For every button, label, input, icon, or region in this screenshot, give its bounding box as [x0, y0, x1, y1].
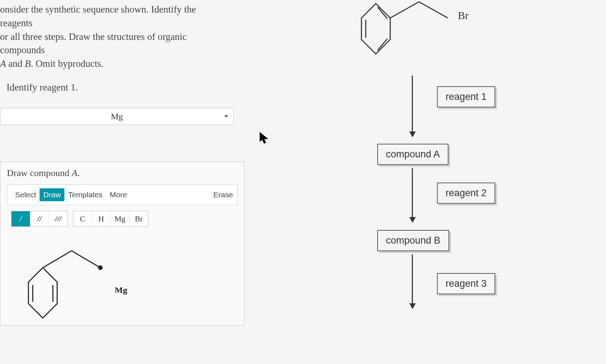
- identify-reagent-label: Identify reagent 1.: [6, 82, 78, 93]
- element-br-button[interactable]: Br: [129, 211, 148, 226]
- svg-marker-12: [260, 132, 268, 144]
- canvas-mg-label: Mg: [115, 285, 127, 295]
- element-c-button[interactable]: C: [73, 211, 92, 226]
- draw-compound-a-panel: Draw compound A. Select Draw Templates M…: [0, 162, 245, 326]
- benzyl-bromide-structure-icon: [343, 0, 473, 72]
- svg-line-4: [72, 251, 100, 268]
- reagent-1-selected-value: Mg: [111, 112, 123, 121]
- br-label: Br: [458, 9, 469, 22]
- compound-b-box: compound B: [377, 230, 449, 251]
- mouse-cursor-icon: [259, 131, 270, 146]
- drawing-canvas[interactable]: Mg: [7, 232, 238, 325]
- question-line-2: or all three steps. Draw the structures …: [0, 31, 187, 56]
- element-mg-button[interactable]: Mg: [111, 211, 129, 226]
- reaction-arrow-3: [412, 254, 413, 308]
- bond-triple-button[interactable]: ///: [49, 211, 68, 226]
- editor-toolbar: Select Draw Templates More Erase: [7, 184, 238, 205]
- toolbar-tabs: Select Draw Templates More: [12, 188, 131, 201]
- reagent-3-box: reagent 3: [437, 273, 495, 294]
- tab-templates[interactable]: Templates: [64, 188, 106, 201]
- tab-select[interactable]: Select: [12, 188, 40, 201]
- reagent-1-box: reagent 1: [437, 86, 495, 107]
- reaction-arrow-1: [412, 75, 413, 137]
- element-h-button[interactable]: H: [92, 211, 111, 226]
- question-prompt: onsider the synthetic sequence shown. Id…: [0, 3, 223, 71]
- chevron-down-icon: [224, 115, 228, 118]
- tab-more[interactable]: More: [106, 188, 131, 201]
- bond-single-button[interactable]: /: [12, 211, 30, 226]
- bond-tool-group: / // ///: [11, 211, 68, 227]
- svg-line-10: [390, 2, 419, 18]
- erase-button[interactable]: Erase: [213, 190, 233, 199]
- element-tool-group: C H Mg Br: [73, 211, 149, 227]
- tool-row: / // /// C H Mg Br: [7, 209, 238, 232]
- draw-panel-title: Draw compound A.: [7, 168, 238, 179]
- reaction-arrow-2: [412, 168, 413, 222]
- benzyl-mg-structure-icon: Mg: [7, 232, 251, 325]
- question-line-3: A and B. Omit byproducts.: [0, 58, 104, 69]
- reaction-scheme: Br reagent 1 compound A reagent 2 compou…: [365, 0, 552, 364]
- svg-line-3: [43, 251, 72, 268]
- question-line-1: onsider the synthetic sequence shown. Id…: [0, 4, 196, 28]
- svg-line-11: [419, 2, 448, 18]
- tab-draw[interactable]: Draw: [40, 188, 64, 201]
- compound-a-box: compound A: [377, 144, 448, 165]
- bond-double-button[interactable]: //: [30, 211, 49, 226]
- reagent-1-dropdown[interactable]: Mg: [0, 108, 234, 125]
- reagent-2-box: reagent 2: [437, 183, 495, 204]
- svg-point-5: [99, 266, 102, 269]
